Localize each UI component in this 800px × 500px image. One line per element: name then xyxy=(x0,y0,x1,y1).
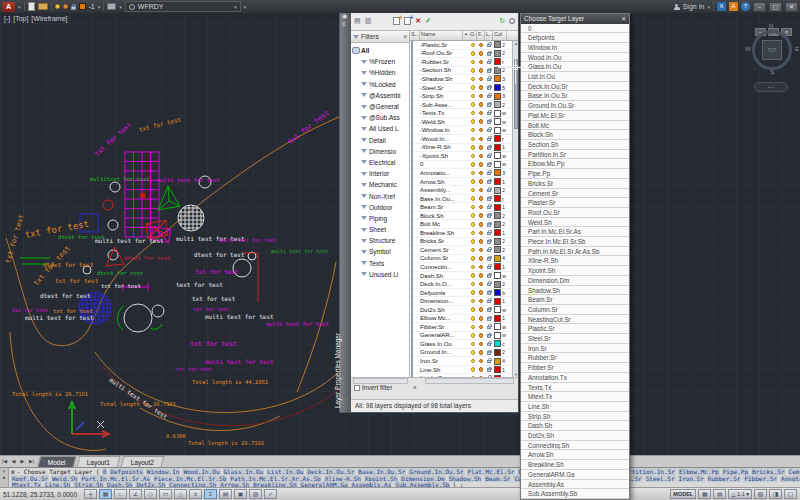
layer-name[interactable]: Breakline.Sh xyxy=(420,230,469,236)
viewcube-west[interactable]: W xyxy=(745,46,751,52)
layout-tab[interactable]: Layout2 xyxy=(120,456,164,467)
command-layer-option[interactable]: Glass.In.Ou xyxy=(223,468,265,475)
layer-color-cell[interactable] xyxy=(493,111,501,116)
target-layer-option[interactable]: Plaster.Sr xyxy=(521,198,629,208)
command-layer-option[interactable]: Iron.Sr xyxy=(678,475,705,482)
column-freeze[interactable]: F.. xyxy=(477,31,485,40)
target-layer-option[interactable]: Base.In.Ou.Sr xyxy=(521,91,629,101)
new-file-icon[interactable] xyxy=(28,2,35,11)
target-layer-option[interactable]: Steel.Sr xyxy=(521,334,629,344)
status-toggle-button[interactable]: ▦ xyxy=(99,489,112,499)
layer-on-cell[interactable] xyxy=(469,102,477,107)
layer-lock-cell[interactable] xyxy=(485,231,493,236)
layer-freeze-cell[interactable] xyxy=(477,307,485,312)
layer-on-cell[interactable] xyxy=(469,60,477,65)
layer-lock-cell[interactable] xyxy=(485,85,493,90)
target-layer-option[interactable]: Dot2x.Sh xyxy=(521,431,629,441)
column-on[interactable]: O.. xyxy=(469,31,477,40)
target-layer-option[interactable]: Arrow.Sh xyxy=(521,450,629,460)
layer-freeze-cell[interactable] xyxy=(477,179,485,184)
tab-nav-icon[interactable]: ▶| xyxy=(27,456,36,467)
target-layer-option[interactable]: 0 xyxy=(521,24,629,34)
layer-row[interactable]: Glass.In.Ou c xyxy=(410,340,518,349)
layer-color-cell[interactable] xyxy=(493,205,501,210)
layer-on-cell[interactable] xyxy=(469,111,477,116)
layer-freeze-cell[interactable] xyxy=(477,367,485,372)
layer-lock-cell[interactable] xyxy=(485,342,493,347)
command-layer-option[interactable]: Mtext.Tx xyxy=(11,481,42,487)
layer-lock-cell[interactable] xyxy=(485,248,493,253)
workspace-switcher[interactable]: WFRDY ▾ xyxy=(125,1,241,12)
scroll-up-icon[interactable]: ▲ xyxy=(513,41,518,46)
layer-freeze-cell[interactable] xyxy=(477,325,485,330)
layer-color-cell[interactable] xyxy=(493,316,501,321)
command-line-window[interactable]: ✕ ▪ ≡- Choose Target Layer [0DefpointsWi… xyxy=(0,467,800,487)
status-toggle-button[interactable]: ∠ xyxy=(129,489,142,499)
layer-freeze-cell[interactable] xyxy=(477,137,485,142)
viewcube[interactable]: N W E S TOP ▪ ▪ xyxy=(744,24,800,100)
layout-tab[interactable]: Model xyxy=(38,456,76,467)
layer-freeze-cell[interactable] xyxy=(477,196,485,201)
layer-lock-cell[interactable] xyxy=(485,282,493,287)
layer-name[interactable]: Dimension... xyxy=(420,298,469,304)
target-layer-option[interactable]: Deck.In.Ou.Sr xyxy=(521,82,629,92)
layer-on-cell[interactable] xyxy=(469,248,477,253)
layer-name[interactable]: -Shadow.Sh xyxy=(420,76,469,82)
layer-name[interactable]: Glass.In.Ou xyxy=(420,341,469,347)
layer-on-cell[interactable] xyxy=(469,367,477,372)
layer-lock-cell[interactable] xyxy=(485,273,493,278)
layer-name[interactable]: -Strip.Sh xyxy=(420,93,469,99)
layer-name[interactable]: -Section.Sh xyxy=(420,67,469,73)
layer-lock-cell[interactable] xyxy=(485,145,493,150)
layer-on-cell[interactable] xyxy=(469,316,477,321)
layer-lock-cell[interactable] xyxy=(485,350,493,355)
layer-on-cell[interactable] xyxy=(469,119,477,124)
target-layer-option[interactable]: Mtext.Tx xyxy=(521,392,629,402)
target-layer-option[interactable]: Glass.In.Ou xyxy=(521,62,629,72)
recent-commands-icon[interactable]: ≡ xyxy=(11,468,15,475)
layer-lock-cell[interactable] xyxy=(485,359,493,364)
app-logo-icon[interactable]: A xyxy=(2,2,15,12)
layer-freeze-cell[interactable] xyxy=(477,51,485,56)
filter-item[interactable]: Detail xyxy=(351,135,409,146)
layer-row[interactable]: GeneralAR... w xyxy=(410,332,518,341)
target-layer-option[interactable]: Line.Sh xyxy=(521,402,629,412)
command-layer-option[interactable]: Connecting.Sh xyxy=(168,481,217,487)
layer-color-cell[interactable] xyxy=(493,85,501,90)
target-layer-option[interactable]: Strip.Sh xyxy=(521,412,629,422)
target-layer-option[interactable]: Elbow.Mc.Pp xyxy=(521,159,629,169)
status-icon-button[interactable]: ▤ xyxy=(713,489,726,499)
layer-row[interactable]: Defpoints b xyxy=(410,289,518,298)
layer-row[interactable]: Dimension... 1 xyxy=(410,297,518,306)
layer-name[interactable]: Iron.Sr xyxy=(420,358,469,364)
filter-item[interactable]: %Locked xyxy=(351,79,409,90)
layer-name[interactable]: -Steel.Sr xyxy=(420,85,469,91)
status-icon-button[interactable]: ▦ xyxy=(698,489,711,499)
target-layer-option[interactable]: Pipe.Pp xyxy=(521,169,629,179)
layer-lock-cell[interactable] xyxy=(485,154,493,159)
layer-row[interactable]: Connectin... 1 xyxy=(410,263,518,272)
layer-name[interactable]: GeneralAR... xyxy=(420,332,469,338)
layers-hscrollbar[interactable] xyxy=(425,378,514,384)
command-layer-option[interactable]: Wood.In.Ou xyxy=(182,468,220,475)
command-layer-option[interactable]: Steel.Sr xyxy=(645,475,676,482)
layer-on-cell[interactable] xyxy=(469,325,477,330)
filter-item[interactable]: Unused Li xyxy=(351,269,409,280)
layer-row[interactable]: -Sub.Asse... 2 xyxy=(410,101,518,110)
target-layer-option[interactable]: Weld.Sh xyxy=(521,218,629,228)
layer-on-cell[interactable] xyxy=(469,239,477,244)
status-toggle-button[interactable]: △ xyxy=(174,489,187,499)
layer-name[interactable]: -Roof.Ou.Sr xyxy=(420,50,469,56)
layer-lock-cell[interactable] xyxy=(485,316,493,321)
layer-lock-cell[interactable] xyxy=(485,60,493,65)
target-layer-option[interactable]: Sub.Assembly.Sb xyxy=(521,489,629,499)
status-toggle-button[interactable]: ✓ xyxy=(264,489,277,499)
layer-on-cell[interactable] xyxy=(469,265,477,270)
layer-row[interactable]: -Steel.Sr 5 xyxy=(410,84,518,93)
layer-color-cell[interactable] xyxy=(493,307,501,312)
status-toggle-button[interactable]: ◇ xyxy=(144,489,157,499)
command-layer-option[interactable]: Ground.In.Ou.Sr xyxy=(408,468,464,475)
layer-freeze-cell[interactable] xyxy=(477,273,485,278)
layer-name[interactable]: -Weld.Sh xyxy=(420,119,469,125)
layer-row[interactable]: -Xpoint.Sh w xyxy=(410,152,518,161)
